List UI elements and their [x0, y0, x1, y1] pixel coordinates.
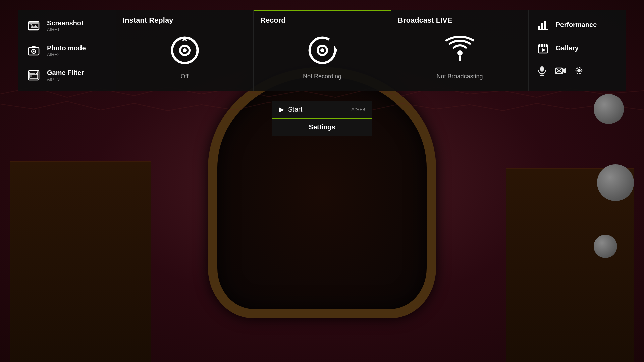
start-item[interactable]: ▶ Start Alt+F9: [272, 101, 372, 118]
start-label: Start: [288, 106, 302, 113]
instant-replay-status: Off: [181, 73, 189, 80]
gallery-item[interactable]: Gallery: [529, 37, 626, 60]
broadcast-panel[interactable]: Broadcast LIVE Not Bro: [391, 10, 528, 91]
microphone-button[interactable]: [537, 65, 547, 76]
game-filter-shortcut: Alt+F3: [47, 77, 84, 82]
settings-dropdown-label: Settings: [309, 123, 335, 131]
right-panel: Performance Gallery: [528, 10, 626, 91]
record-icon: [306, 34, 339, 67]
center-panels: Instant Replay Off Record: [116, 10, 528, 91]
svg-rect-23: [544, 21, 546, 30]
broadcast-status: Not Broadcasting: [436, 73, 483, 80]
record-panel[interactable]: Record Not Recording: [253, 10, 391, 91]
svg-point-15: [183, 48, 187, 52]
play-icon: ▶: [279, 105, 284, 113]
instant-replay-title: Instant Replay: [123, 16, 173, 25]
record-status: Not Recording: [303, 73, 341, 80]
svg-point-8: [37, 49, 38, 50]
settings-button[interactable]: [574, 65, 584, 76]
ui-overlay: Screenshot Alt+F1 Photo mode Alt+: [0, 0, 644, 362]
svg-point-4: [31, 24, 32, 26]
photo-mode-label: Photo mode: [47, 44, 86, 52]
record-title: Record: [260, 16, 286, 25]
svg-point-18: [320, 48, 324, 52]
svg-rect-27: [540, 44, 541, 47]
dropdown-menu: ▶ Start Alt+F9 Settings: [272, 101, 372, 136]
svg-rect-28: [543, 44, 544, 47]
svg-point-19: [457, 50, 463, 56]
screenshot-shortcut: Alt+F1: [47, 27, 84, 32]
screenshot-label: Screenshot: [47, 19, 84, 27]
gallery-label: Gallery: [556, 44, 579, 52]
svg-rect-2: [29, 22, 38, 24]
screenshot-item[interactable]: Screenshot Alt+F1: [18, 13, 116, 38]
svg-rect-31: [540, 66, 544, 72]
game-filter-icon: [27, 69, 40, 81]
game-filter-text: Game Filter Alt+F3: [47, 69, 84, 82]
instant-replay-panel[interactable]: Instant Replay Off: [116, 10, 253, 91]
svg-rect-29: [545, 44, 546, 47]
right-panel-icon-row: [529, 60, 626, 81]
broadcast-icon: [443, 34, 477, 67]
broadcast-title: Broadcast LIVE: [398, 16, 452, 25]
svg-rect-22: [541, 23, 543, 30]
start-shortcut: Alt+F9: [351, 107, 365, 112]
instant-replay-icon: [168, 34, 202, 67]
start-left: ▶ Start: [279, 105, 302, 113]
camera-off-button[interactable]: [555, 65, 566, 76]
performance-icon: [537, 19, 549, 31]
svg-point-7: [33, 51, 35, 52]
svg-point-38: [577, 69, 581, 72]
screenshot-text: Screenshot Alt+F1: [47, 19, 84, 32]
svg-point-11: [30, 75, 32, 77]
screenshot-icon: [27, 20, 40, 32]
photo-mode-shortcut: Alt+F2: [47, 52, 86, 57]
svg-marker-30: [542, 48, 546, 52]
top-panels: Screenshot Alt+F1 Photo mode Alt+: [18, 10, 626, 91]
photo-mode-item[interactable]: Photo mode Alt+F2: [18, 38, 116, 63]
performance-label: Performance: [556, 21, 597, 29]
svg-rect-21: [538, 26, 540, 30]
game-filter-item[interactable]: Game Filter Alt+F3: [18, 63, 116, 88]
svg-point-12: [36, 73, 37, 74]
settings-dropdown-item[interactable]: Settings: [272, 118, 372, 136]
left-panel: Screenshot Alt+F1 Photo mode Alt+: [18, 10, 116, 91]
performance-item[interactable]: Performance: [529, 13, 626, 37]
photo-mode-text: Photo mode Alt+F2: [47, 44, 86, 57]
game-filter-label: Game Filter: [47, 69, 84, 77]
gallery-icon: [537, 43, 549, 54]
photo-mode-icon: [27, 45, 40, 57]
